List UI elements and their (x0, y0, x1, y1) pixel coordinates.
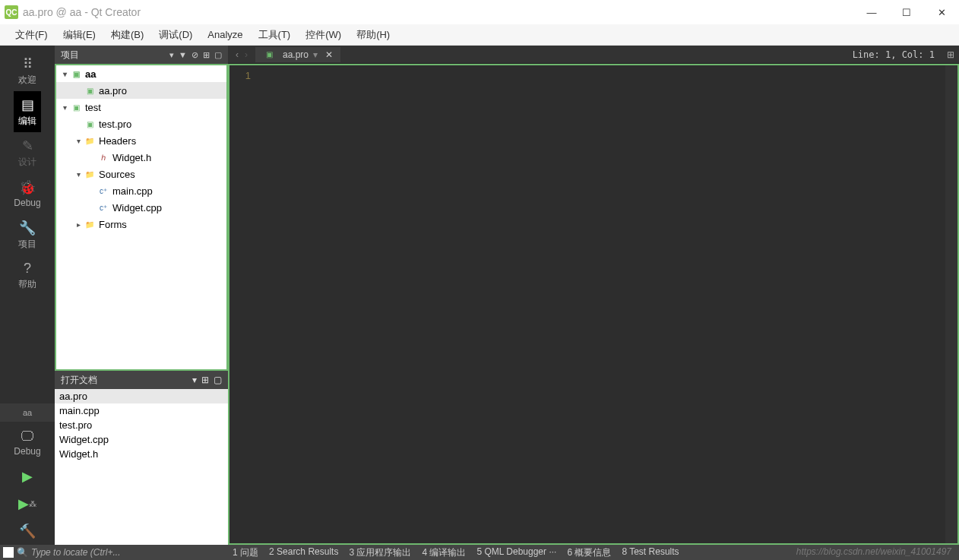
open-doc-item[interactable]: main.cpp (55, 403, 228, 418)
nav-icon: ▤ (21, 96, 34, 113)
chevron-icon[interactable]: ▾ (59, 103, 70, 112)
menu-item[interactable]: 调试(D) (151, 25, 200, 45)
menu-item[interactable]: 控件(W) (298, 25, 349, 45)
menu-item[interactable]: 编辑(E) (55, 25, 103, 45)
nav-debug[interactable]: 🐞Debug (14, 173, 40, 214)
open-doc-item[interactable]: test.pro (55, 418, 228, 432)
chevron-icon[interactable]: ▾ (59, 70, 70, 78)
nav-icon: 🔧 (19, 220, 36, 236)
chevron-icon[interactable]: ▾ (73, 137, 84, 145)
open-documents-list[interactable]: aa.promain.cpptest.proWidget.cppWidget.h (55, 389, 228, 545)
locator-icon (3, 547, 14, 558)
nav-back-button[interactable]: ‹ (233, 49, 242, 60)
editor-tab-label: aa.pro (283, 49, 309, 60)
projects-panel-title: 项目 (61, 49, 79, 62)
nav-帮助[interactable]: ?帮助 (14, 255, 40, 296)
chevron-icon[interactable]: ▸ (73, 220, 84, 229)
build-button[interactable]: 🔨 (0, 517, 55, 545)
vertical-scrollbar[interactable] (945, 65, 957, 543)
split-editor-button[interactable]: ⊞ (942, 49, 959, 60)
bottom-bar: 🔍 Type to locate (Ctrl+... 1 问题2 Search … (0, 545, 959, 560)
locator-input[interactable]: Type to locate (Ctrl+... (31, 547, 228, 558)
editor-status: Line: 1, Col: 1 (853, 49, 942, 60)
tree-row[interactable]: ▾▣test (56, 99, 226, 115)
nav-label: Debug (14, 198, 40, 208)
tree-row[interactable]: c⁺main.cpp (56, 182, 226, 199)
menu-item[interactable]: Analyze (200, 26, 250, 43)
menu-bar: 文件(F)编辑(E)构建(B)调试(D)Analyze工具(T)控件(W)帮助(… (0, 24, 959, 46)
tree-label: Forms (99, 219, 127, 230)
output-tab[interactable]: 5 QML Debugger ··· (472, 546, 561, 559)
line-number: 1 (229, 70, 251, 81)
maximize-button[interactable]: ☐ (889, 0, 924, 24)
open-doc-item[interactable]: aa.pro (55, 389, 228, 403)
nav-设计[interactable]: ✎设计 (14, 132, 40, 173)
output-tab[interactable]: 2 Search Results (264, 546, 343, 559)
panel-tool-icon[interactable]: ⊞ (203, 50, 210, 60)
nav-icon: 🐞 (19, 179, 36, 196)
app-logo-icon: QC (5, 5, 18, 19)
editor-tab[interactable]: ▣ aa.pro ▾ ✕ (255, 47, 340, 62)
tree-row[interactable]: ▣test.pro (56, 115, 226, 132)
watermark-text: https://blog.csdn.net/weixin_41001497 (796, 546, 951, 557)
panel-tool-icon[interactable]: ▢ (214, 375, 222, 385)
menu-item[interactable]: 工具(T) (251, 25, 299, 45)
nav-label: 设计 (18, 156, 36, 169)
output-tab[interactable]: 4 编译输出 (417, 546, 470, 559)
tree-label: Widget.h (112, 152, 151, 163)
tree-row[interactable]: ▸📁Forms (56, 216, 226, 233)
line-gutter: 1 (229, 65, 257, 543)
kit-selector[interactable]: aa (0, 403, 55, 422)
search-icon: 🔍 (17, 547, 28, 558)
tree-row[interactable]: ▾📁Headers (56, 132, 226, 149)
open-doc-item[interactable]: Widget.cpp (55, 432, 228, 447)
code-editor[interactable]: 1 (228, 64, 959, 545)
panel-tool-icon[interactable]: ▼ (179, 50, 187, 60)
open-docs-title: 打开文档 (61, 374, 97, 387)
tree-row[interactable]: ℎWidget.h (56, 149, 226, 166)
editor-tabs: ‹ › ▣ aa.pro ▾ ✕ Line: 1, Col: 1 ⊞ (228, 46, 959, 64)
output-tab[interactable]: 8 Test Results (617, 546, 683, 559)
panel-tool-icon[interactable]: ⊘ (191, 50, 198, 60)
chevron-icon[interactable]: ▾ (73, 170, 84, 179)
nav-label: 项目 (18, 238, 36, 251)
tree-label: test (85, 102, 101, 113)
nav-label: 编辑 (18, 115, 36, 128)
tree-label: Sources (99, 169, 135, 180)
output-tab[interactable]: 1 问题 (228, 546, 263, 559)
open-doc-item[interactable]: Widget.h (55, 447, 228, 461)
output-tab[interactable]: 3 应用程序输出 (344, 546, 416, 559)
panel-tool-icon[interactable]: ▾ (192, 375, 197, 385)
tree-row[interactable]: ▾▣aa (56, 65, 226, 82)
project-tree[interactable]: ▾▣aa▣aa.pro▾▣test▣test.pro▾📁HeadersℎWidg… (55, 64, 228, 371)
tree-row[interactable]: ▣aa.pro (56, 82, 226, 99)
nav-label: 欢迎 (18, 74, 36, 87)
tab-close-button[interactable]: ✕ (325, 49, 333, 60)
panel-tool-icon[interactable]: ⊞ (201, 375, 209, 385)
menu-item[interactable]: 构建(B) (103, 25, 151, 45)
nav-forward-button[interactable]: › (242, 49, 251, 60)
locator[interactable]: 🔍 Type to locate (Ctrl+... (0, 545, 228, 560)
nav-欢迎[interactable]: ⠿欢迎 (14, 50, 40, 91)
tree-row[interactable]: ▾📁Sources (56, 166, 226, 182)
menu-item[interactable]: 帮助(H) (349, 25, 397, 45)
debug-run-button[interactable]: ▶⁂ (0, 490, 55, 517)
projects-panel-header: 项目 ▾▼⊘⊞▢ (55, 46, 228, 64)
minimize-button[interactable]: ― (854, 0, 889, 24)
nav-icon: ? (24, 261, 31, 277)
nav-编辑[interactable]: ▤编辑 (14, 91, 40, 132)
menu-item[interactable]: 文件(F) (8, 25, 55, 45)
run-button[interactable]: ▶ (0, 463, 55, 490)
tree-row[interactable]: c⁺Widget.cpp (56, 199, 226, 216)
tree-label: test.pro (99, 119, 131, 130)
panel-tool-icon[interactable]: ▾ (169, 50, 174, 60)
tab-dropdown-icon[interactable]: ▾ (313, 49, 318, 60)
tree-label: Headers (99, 135, 136, 147)
target-selector[interactable]: 🖵 Debug (0, 422, 55, 463)
code-content[interactable] (257, 65, 945, 543)
nav-项目[interactable]: 🔧项目 (14, 214, 40, 255)
panel-tool-icon[interactable]: ▢ (214, 50, 222, 60)
output-tab[interactable]: 6 概要信息 (562, 546, 616, 559)
monitor-icon: 🖵 (21, 429, 34, 445)
close-button[interactable]: ✕ (924, 0, 959, 24)
